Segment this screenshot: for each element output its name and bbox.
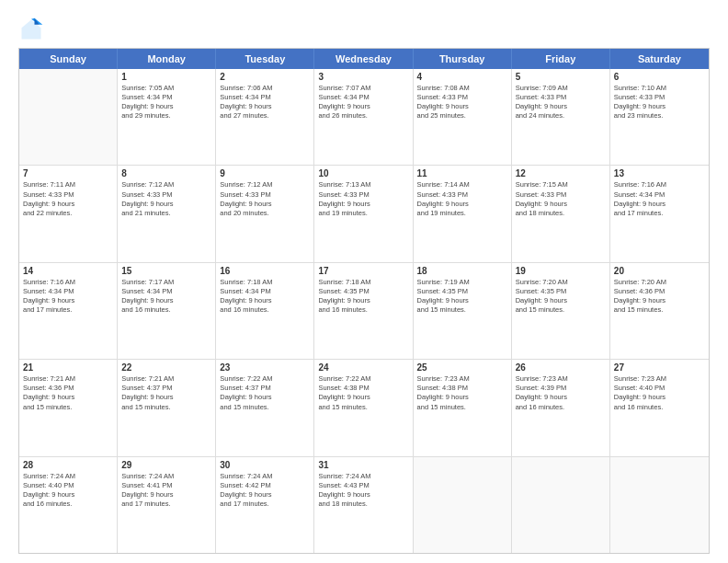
day-info: Sunrise: 7:07 AMSunset: 4:34 PMDaylight:… xyxy=(318,84,408,121)
calendar-day-30: 30Sunrise: 7:24 AMSunset: 4:42 PMDayligh… xyxy=(216,457,314,553)
day-number: 23 xyxy=(220,362,310,373)
day-number: 27 xyxy=(614,362,705,373)
calendar-empty-cell xyxy=(19,69,118,165)
calendar-row-5: 28Sunrise: 7:24 AMSunset: 4:40 PMDayligh… xyxy=(19,457,709,553)
calendar-day-20: 20Sunrise: 7:20 AMSunset: 4:36 PMDayligh… xyxy=(610,263,709,359)
day-number: 28 xyxy=(23,460,113,470)
header-day-sunday: Sunday xyxy=(19,49,118,69)
calendar-row-3: 14Sunrise: 7:16 AMSunset: 4:34 PMDayligh… xyxy=(19,263,709,360)
day-info: Sunrise: 7:19 AMSunset: 4:35 PMDaylight:… xyxy=(417,278,507,316)
day-number: 13 xyxy=(614,168,705,178)
calendar-day-23: 23Sunrise: 7:22 AMSunset: 4:37 PMDayligh… xyxy=(216,360,314,455)
calendar-day-13: 13Sunrise: 7:16 AMSunset: 4:34 PMDayligh… xyxy=(610,166,709,261)
header-day-monday: Monday xyxy=(118,49,216,69)
calendar-day-7: 7Sunrise: 7:11 AMSunset: 4:33 PMDaylight… xyxy=(19,166,118,261)
day-info: Sunrise: 7:17 AMSunset: 4:34 PMDaylight:… xyxy=(121,278,211,316)
calendar-row-1: 1Sunrise: 7:05 AMSunset: 4:34 PMDaylight… xyxy=(19,69,709,166)
calendar-row-2: 7Sunrise: 7:11 AMSunset: 4:33 PMDaylight… xyxy=(19,166,709,262)
header-day-tuesday: Tuesday xyxy=(216,49,314,69)
calendar-day-31: 31Sunrise: 7:24 AMSunset: 4:43 PMDayligh… xyxy=(314,457,413,553)
day-info: Sunrise: 7:18 AMSunset: 4:34 PMDaylight:… xyxy=(220,278,310,316)
day-number: 4 xyxy=(417,72,507,82)
day-number: 1 xyxy=(121,72,211,82)
day-number: 25 xyxy=(417,362,507,373)
day-number: 24 xyxy=(318,362,408,373)
header-day-wednesday: Wednesday xyxy=(314,49,413,69)
calendar-day-25: 25Sunrise: 7:23 AMSunset: 4:38 PMDayligh… xyxy=(414,360,512,455)
day-number: 26 xyxy=(516,362,606,373)
logo-icon xyxy=(18,17,44,42)
day-info: Sunrise: 7:08 AMSunset: 4:33 PMDaylight:… xyxy=(417,84,507,121)
header xyxy=(18,17,710,42)
calendar-header: SundayMondayTuesdayWednesdayThursdayFrid… xyxy=(19,49,709,69)
day-info: Sunrise: 7:22 AMSunset: 4:38 PMDaylight:… xyxy=(318,374,408,412)
header-day-thursday: Thursday xyxy=(414,49,512,69)
calendar-day-5: 5Sunrise: 7:09 AMSunset: 4:33 PMDaylight… xyxy=(512,69,610,165)
day-info: Sunrise: 7:23 AMSunset: 4:39 PMDaylight:… xyxy=(516,374,606,412)
calendar-empty-cell xyxy=(610,457,709,553)
calendar-day-6: 6Sunrise: 7:10 AMSunset: 4:33 PMDaylight… xyxy=(610,69,709,165)
day-info: Sunrise: 7:12 AMSunset: 4:33 PMDaylight:… xyxy=(121,180,211,218)
day-info: Sunrise: 7:23 AMSunset: 4:40 PMDaylight:… xyxy=(614,374,705,412)
day-number: 2 xyxy=(220,72,310,82)
day-info: Sunrise: 7:06 AMSunset: 4:34 PMDaylight:… xyxy=(220,84,310,121)
calendar-day-18: 18Sunrise: 7:19 AMSunset: 4:35 PMDayligh… xyxy=(414,263,512,359)
calendar: SundayMondayTuesdayWednesdayThursdayFrid… xyxy=(18,48,710,554)
day-number: 30 xyxy=(220,460,310,470)
calendar-row-4: 21Sunrise: 7:21 AMSunset: 4:36 PMDayligh… xyxy=(19,360,709,456)
calendar-day-12: 12Sunrise: 7:15 AMSunset: 4:33 PMDayligh… xyxy=(512,166,610,261)
calendar-day-15: 15Sunrise: 7:17 AMSunset: 4:34 PMDayligh… xyxy=(118,263,216,359)
calendar-day-11: 11Sunrise: 7:14 AMSunset: 4:33 PMDayligh… xyxy=(414,166,512,261)
day-number: 21 xyxy=(23,362,113,373)
calendar-day-4: 4Sunrise: 7:08 AMSunset: 4:33 PMDaylight… xyxy=(414,69,512,165)
day-number: 16 xyxy=(220,266,310,276)
day-number: 5 xyxy=(516,72,606,82)
day-info: Sunrise: 7:21 AMSunset: 4:37 PMDaylight:… xyxy=(121,374,211,412)
calendar-day-28: 28Sunrise: 7:24 AMSunset: 4:40 PMDayligh… xyxy=(19,457,118,553)
calendar-day-19: 19Sunrise: 7:20 AMSunset: 4:35 PMDayligh… xyxy=(512,263,610,359)
calendar-day-29: 29Sunrise: 7:24 AMSunset: 4:41 PMDayligh… xyxy=(118,457,216,553)
header-day-saturday: Saturday xyxy=(610,49,709,69)
day-info: Sunrise: 7:16 AMSunset: 4:34 PMDaylight:… xyxy=(23,278,113,316)
day-info: Sunrise: 7:22 AMSunset: 4:37 PMDaylight:… xyxy=(220,374,310,412)
calendar-empty-cell xyxy=(414,457,512,553)
calendar-body: 1Sunrise: 7:05 AMSunset: 4:34 PMDaylight… xyxy=(19,69,709,553)
day-number: 3 xyxy=(318,72,408,82)
page: SundayMondayTuesdayWednesdayThursdayFrid… xyxy=(0,0,728,563)
calendar-day-16: 16Sunrise: 7:18 AMSunset: 4:34 PMDayligh… xyxy=(216,263,314,359)
day-info: Sunrise: 7:21 AMSunset: 4:36 PMDaylight:… xyxy=(23,374,113,412)
header-day-friday: Friday xyxy=(512,49,610,69)
day-number: 20 xyxy=(614,266,705,276)
calendar-day-21: 21Sunrise: 7:21 AMSunset: 4:36 PMDayligh… xyxy=(19,360,118,455)
logo xyxy=(18,17,48,42)
calendar-day-8: 8Sunrise: 7:12 AMSunset: 4:33 PMDaylight… xyxy=(118,166,216,261)
day-number: 19 xyxy=(516,266,606,276)
day-info: Sunrise: 7:20 AMSunset: 4:36 PMDaylight:… xyxy=(614,278,705,316)
day-info: Sunrise: 7:11 AMSunset: 4:33 PMDaylight:… xyxy=(23,180,113,218)
day-info: Sunrise: 7:09 AMSunset: 4:33 PMDaylight:… xyxy=(516,84,606,121)
calendar-day-27: 27Sunrise: 7:23 AMSunset: 4:40 PMDayligh… xyxy=(610,360,709,455)
calendar-day-22: 22Sunrise: 7:21 AMSunset: 4:37 PMDayligh… xyxy=(118,360,216,455)
day-info: Sunrise: 7:14 AMSunset: 4:33 PMDaylight:… xyxy=(417,180,507,218)
day-number: 9 xyxy=(220,168,310,178)
day-number: 6 xyxy=(614,72,705,82)
day-info: Sunrise: 7:16 AMSunset: 4:34 PMDaylight:… xyxy=(614,180,705,218)
day-info: Sunrise: 7:23 AMSunset: 4:38 PMDaylight:… xyxy=(417,374,507,412)
day-info: Sunrise: 7:10 AMSunset: 4:33 PMDaylight:… xyxy=(614,84,705,121)
calendar-day-14: 14Sunrise: 7:16 AMSunset: 4:34 PMDayligh… xyxy=(19,263,118,359)
calendar-day-26: 26Sunrise: 7:23 AMSunset: 4:39 PMDayligh… xyxy=(512,360,610,455)
day-number: 12 xyxy=(516,168,606,178)
day-number: 31 xyxy=(318,460,408,470)
day-info: Sunrise: 7:12 AMSunset: 4:33 PMDaylight:… xyxy=(220,180,310,218)
day-number: 18 xyxy=(417,266,507,276)
calendar-day-17: 17Sunrise: 7:18 AMSunset: 4:35 PMDayligh… xyxy=(314,263,413,359)
calendar-day-10: 10Sunrise: 7:13 AMSunset: 4:33 PMDayligh… xyxy=(314,166,413,261)
calendar-day-1: 1Sunrise: 7:05 AMSunset: 4:34 PMDaylight… xyxy=(118,69,216,165)
day-number: 15 xyxy=(121,266,211,276)
calendar-day-2: 2Sunrise: 7:06 AMSunset: 4:34 PMDaylight… xyxy=(216,69,314,165)
calendar-day-24: 24Sunrise: 7:22 AMSunset: 4:38 PMDayligh… xyxy=(314,360,413,455)
day-number: 7 xyxy=(23,168,113,178)
day-info: Sunrise: 7:13 AMSunset: 4:33 PMDaylight:… xyxy=(318,180,408,218)
day-number: 22 xyxy=(121,362,211,373)
day-info: Sunrise: 7:18 AMSunset: 4:35 PMDaylight:… xyxy=(318,278,408,316)
